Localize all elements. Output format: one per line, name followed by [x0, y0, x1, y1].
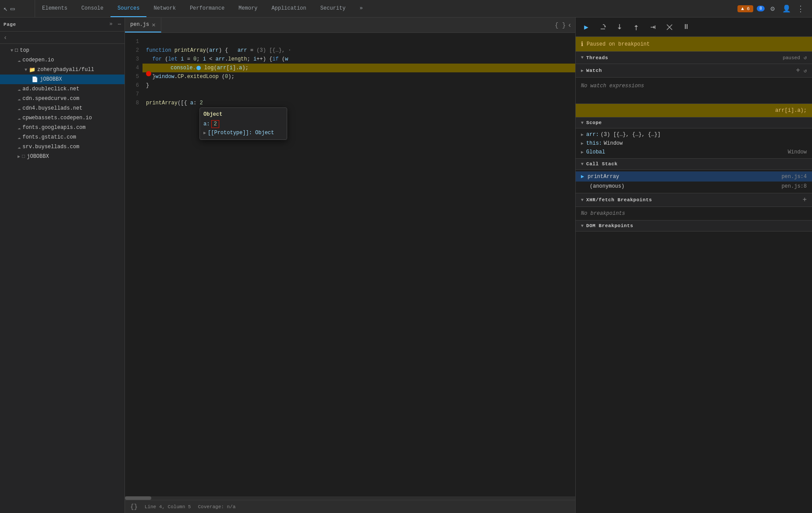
format-pretty-icon[interactable]: { } — [555, 22, 566, 29]
scope-section-header[interactable]: ▼ Scope — [576, 118, 812, 128]
debug-deactivate-btn[interactable] — [662, 20, 677, 34]
sidebar-tree: ▼ □ top ☁ codepen.io ▼ 📁 zoherghadyali/f… — [0, 44, 125, 513]
scope-val-arr: (3) [{…}, {…}, {…}] — [601, 132, 661, 138]
scope-key-global: Global — [586, 149, 605, 155]
tab-performance[interactable]: Performance — [183, 0, 231, 17]
tree-item-jobobbx-root[interactable]: ▶ □ jOBOBBX — [0, 152, 125, 161]
tree-item-codepen[interactable]: ☁ codepen.io — [0, 55, 125, 65]
tree-item-buysellads-srv[interactable]: ☁ srv.buysellads.com — [0, 142, 125, 152]
breakpoint-banner: ℹ Paused on breakpoint — [576, 37, 812, 52]
dom-bp-chevron-icon: ▼ — [581, 224, 584, 228]
tab-elements[interactable]: Elements — [35, 0, 75, 17]
code-line-1 — [142, 37, 575, 46]
code-content[interactable]: function printArray(arr) { arr = (3) [{…… — [142, 33, 575, 496]
errors-badge[interactable]: 8 — [757, 6, 765, 11]
chevron-right-icon: ▶ — [18, 154, 20, 159]
code-line-3: for (let i = 0; i < arr.length; i++) {if… — [142, 55, 575, 64]
watch-refresh-btn[interactable]: ↺ — [804, 68, 807, 74]
watch-add-btn[interactable]: + — [796, 67, 800, 75]
callstack-file-anonymous: pen.js:8 — [781, 183, 807, 189]
scope-tri-this: ▶ — [581, 141, 584, 146]
tree-item-googleapis[interactable]: ☁ fonts.googleapis.com — [0, 123, 125, 132]
debug-step-btn[interactable] — [646, 20, 660, 34]
paused-badge: paused — [783, 55, 800, 61]
tab-application[interactable]: Application — [264, 0, 313, 17]
sidebar: Page » ⋯ ‹ ▼ □ top ☁ codepen.io — [0, 18, 125, 513]
format-pretty-prev-icon[interactable]: ‹ — [567, 21, 572, 29]
editor-tab-bar: pen.js ✕ { } ‹ — [125, 18, 575, 33]
main-layout: Page » ⋯ ‹ ▼ □ top ☁ codepen.io — [0, 18, 812, 513]
tab-security[interactable]: Security — [313, 0, 353, 17]
scope-tri-arr: ▶ — [581, 132, 584, 137]
debug-step-into-btn[interactable] — [613, 20, 627, 34]
tree-item-doubleclick[interactable]: ☁ ad.doubleclick.net — [0, 84, 125, 94]
tab-sources[interactable]: Sources — [110, 0, 146, 17]
tab-memory[interactable]: Memory — [231, 0, 264, 17]
scrollbar-thumb[interactable] — [125, 496, 151, 500]
cloud-icon-3: ☁ — [18, 96, 21, 102]
tree-item-speedcurve[interactable]: ☁ cdn.speedcurve.com — [0, 94, 125, 103]
xhr-add-btn[interactable]: + — [802, 196, 807, 204]
user-icon[interactable]: 👤 — [780, 3, 793, 15]
debug-pause-exception-btn[interactable]: ⏸ — [679, 20, 693, 34]
no-breakpoints-label: No breakpoints — [576, 207, 812, 220]
callstack-section-header[interactable]: ▼ Call Stack — [576, 159, 812, 170]
folder-icon-2: 📁 — [29, 67, 36, 73]
no-watch-expressions: No watch expressions — [581, 83, 807, 89]
callstack-file-printarray: pen.js:4 — [781, 174, 807, 180]
chevron-down-icon-2: ▼ — [25, 68, 27, 72]
editor-tab-pen-js[interactable]: pen.js ✕ — [125, 18, 161, 32]
tree-item-jobobbx-file[interactable]: 📄 jOBOBBX — [0, 75, 125, 84]
tree-item-gstatic[interactable]: ☁ fonts.gstatic.com — [0, 132, 125, 142]
coverage-label: Coverage: n/a — [198, 504, 235, 509]
sidebar-more-icon[interactable]: » — [110, 21, 113, 28]
tab-more[interactable]: » — [353, 0, 370, 17]
tab-network[interactable]: Network — [146, 0, 182, 17]
settings-icon[interactable]: ⚙ — [766, 3, 779, 15]
xhr-section-header[interactable]: ▼ XHR/fetch Breakpoints + — [576, 193, 812, 207]
cursor-icon[interactable]: ↖ — [4, 4, 8, 13]
debug-toolbar: ▶ ⏸ — [576, 18, 812, 37]
dom-bp-section-header[interactable]: ▼ DOM Breakpoints — [576, 221, 812, 232]
watch-chevron-icon: ▶ — [581, 68, 584, 73]
code-line-4: console. log(arr[i].a); — [142, 64, 575, 72]
tab-console[interactable]: Console — [75, 0, 110, 17]
xhr-chevron-icon: ▼ — [581, 198, 584, 203]
callstack-fn-anonymous: (anonymous) — [590, 183, 624, 189]
cloud-icon-4: ☁ — [18, 105, 21, 112]
debug-step-out-btn[interactable] — [629, 20, 643, 34]
proto-triangle-icon: ▶ — [203, 130, 206, 135]
tree-item-top[interactable]: ▼ □ top — [0, 46, 125, 55]
tooltip-title: Object — [203, 111, 283, 118]
callstack-printarray[interactable]: ▶ printArray pen.js:4 — [576, 171, 812, 182]
cloud-icon-2: ☁ — [18, 86, 21, 93]
format-icon[interactable]: {} — [130, 503, 138, 510]
warnings-badge[interactable]: ▲ 6 — [737, 5, 753, 12]
scope-item-global[interactable]: ▶ Global Window — [576, 148, 812, 157]
main-tab-bar: ↖ ▭ Elements Console Sources Network Per… — [0, 0, 812, 18]
debug-step-over-btn[interactable] — [596, 20, 610, 34]
tooltip-proto[interactable]: ▶ [[Prototype]]: Object — [203, 130, 283, 136]
watch-section-header[interactable]: ▶ Watch + ↺ — [576, 64, 812, 78]
editor-toolbar: { } ‹ — [551, 18, 575, 33]
tooltip-proto-text: [[Prototype]]: Object — [208, 130, 274, 136]
tree-item-cpwebassets[interactable]: ☁ cpwebassets.codepen.io — [0, 113, 125, 123]
scope-item-arr[interactable]: ▶ arr: (3) [{…}, {…}, {…}] — [576, 130, 812, 139]
scope-item-this[interactable]: ▶ this: Window — [576, 139, 812, 148]
threads-section-header[interactable]: ▼ Threads paused ↺ — [576, 52, 812, 64]
nav-back-icon[interactable]: ‹ — [4, 34, 7, 41]
more-menu-icon[interactable]: ⋮ — [794, 3, 807, 15]
callstack-anonymous[interactable]: (anonymous) pen.js:8 — [576, 182, 812, 191]
sidebar-menu-icon[interactable]: ⋯ — [118, 21, 121, 28]
tree-item-zoherghadyali[interactable]: ▼ 📁 zoherghadyali/full — [0, 65, 125, 75]
device-icon[interactable]: ▭ — [11, 4, 15, 13]
horizontal-scrollbar[interactable] — [125, 496, 575, 500]
code-line-5: }window.CP.exitedLoop (0); — [142, 72, 575, 81]
tree-item-buysellads-cdn4[interactable]: ☁ cdn4.buysellads.net — [0, 103, 125, 113]
threads-refresh-icon[interactable]: ↺ — [804, 54, 807, 61]
xhr-section-title: XHR/fetch Breakpoints — [586, 197, 652, 203]
watch-section-title: Watch — [586, 68, 602, 73]
sidebar-actions: » ⋯ — [110, 21, 121, 28]
debug-resume-btn[interactable]: ▶ — [579, 20, 593, 34]
editor-tab-close[interactable]: ✕ — [152, 21, 155, 28]
